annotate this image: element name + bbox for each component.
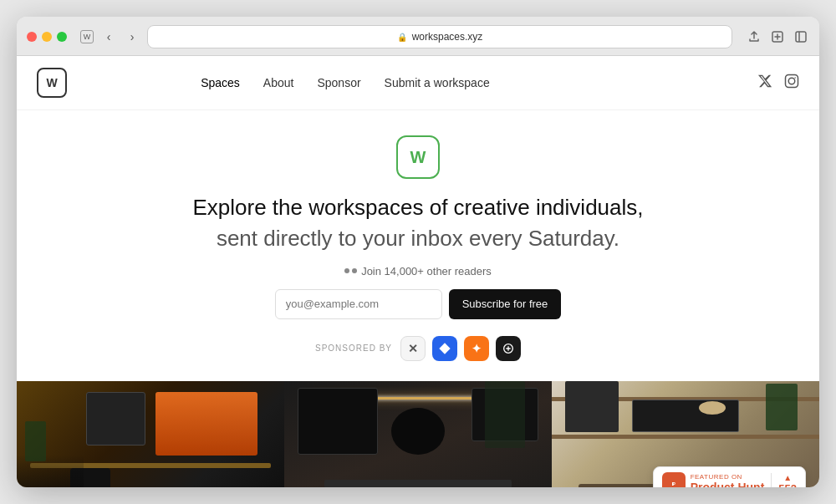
back-button[interactable]: ‹ xyxy=(100,28,117,45)
product-hunt-badge[interactable]: FEATURED ON Product Hunt ▲ 552 xyxy=(653,466,806,487)
close-button[interactable] xyxy=(27,32,37,42)
reader-dots xyxy=(344,268,357,273)
tab-bar: W xyxy=(80,30,94,43)
sidebar-button[interactable] xyxy=(793,28,809,45)
ph-count: ▲ 552 xyxy=(771,473,797,487)
site-logo: W xyxy=(37,68,67,98)
share-button[interactable] xyxy=(746,28,762,45)
nav-sponsor[interactable]: Sponsor xyxy=(317,76,360,89)
photo-card-3[interactable]: FEATURED ON Product Hunt ▲ 552 xyxy=(552,381,819,487)
svg-point-4 xyxy=(794,77,796,79)
svg-point-3 xyxy=(788,78,795,84)
site-nav: W Spaces About Sponsor Submit a workspac… xyxy=(17,56,819,110)
maximize-button[interactable] xyxy=(57,32,67,42)
sponsored-by-label: SPONSORED BY xyxy=(315,344,392,353)
nav-links: Spaces About Sponsor Submit a workspace xyxy=(201,76,490,89)
website-content: W Spaces About Sponsor Submit a workspac… xyxy=(17,56,819,487)
ph-vote-count: 552 xyxy=(778,482,797,487)
subscribe-row: Subscribe for free xyxy=(275,289,562,319)
forward-button[interactable]: › xyxy=(124,28,140,45)
sponsors-row: SPONSORED BY ✕ ✦ xyxy=(315,336,521,361)
twitter-icon[interactable] xyxy=(757,74,772,92)
traffic-lights xyxy=(27,32,67,42)
hero-subtitle: sent directly to your inbox every Saturd… xyxy=(217,226,619,252)
hero-logo: W xyxy=(396,135,440,179)
email-input[interactable] xyxy=(275,289,442,319)
tab-favicon: W xyxy=(84,33,91,41)
sponsor-icons: ✕ ✦ xyxy=(400,336,521,361)
logo-letter: W xyxy=(46,76,57,89)
sponsor-icon-2[interactable] xyxy=(432,336,457,361)
nav-submit[interactable]: Submit a workspace xyxy=(385,76,490,89)
ph-product-hunt-name: Product Hunt xyxy=(691,481,765,487)
dot-1 xyxy=(344,268,349,273)
browser-window: W ‹ › 🔒 workspaces.xyz xyxy=(17,17,819,487)
hero-section: W Explore the workspaces of creative ind… xyxy=(17,110,819,381)
svg-rect-1 xyxy=(796,32,806,42)
photo-card-1[interactable] xyxy=(17,381,284,487)
photo-grid: FEATURED ON Product Hunt ▲ 552 xyxy=(17,381,819,487)
lock-icon: 🔒 xyxy=(397,33,407,42)
nav-socials xyxy=(757,74,799,92)
nav-about[interactable]: About xyxy=(263,76,294,89)
sponsor-icon-3[interactable]: ✦ xyxy=(464,336,489,361)
browser-chrome: W ‹ › 🔒 workspaces.xyz xyxy=(17,17,819,56)
ph-text-group: FEATURED ON Product Hunt xyxy=(691,473,765,487)
sponsor-icon-1[interactable]: ✕ xyxy=(400,336,426,361)
reader-count-text: Join 14,000+ other readers xyxy=(361,265,492,277)
ph-arrow-icon: ▲ xyxy=(783,473,792,482)
hero-title: Explore the workspaces of creative indiv… xyxy=(192,194,643,222)
nav-spaces[interactable]: Spaces xyxy=(201,76,240,89)
dot-2 xyxy=(352,268,357,273)
minimize-button[interactable] xyxy=(42,32,52,42)
new-tab-button[interactable] xyxy=(769,28,786,45)
tab-icon: W xyxy=(80,30,94,43)
browser-actions xyxy=(746,28,809,45)
url-text: workspaces.xyz xyxy=(412,31,483,43)
subscribe-button[interactable]: Subscribe for free xyxy=(449,289,562,319)
hero-logo-letter: W xyxy=(410,148,426,167)
instagram-icon[interactable] xyxy=(784,74,799,92)
ph-logo xyxy=(662,472,686,487)
sponsor-icon-4[interactable] xyxy=(496,336,521,361)
svg-rect-2 xyxy=(785,75,798,88)
photo-card-2[interactable] xyxy=(284,381,552,487)
reader-count: Join 14,000+ other readers xyxy=(344,265,492,277)
ph-featured-on: FEATURED ON xyxy=(691,473,765,481)
url-bar[interactable]: 🔒 workspaces.xyz xyxy=(147,25,732,48)
